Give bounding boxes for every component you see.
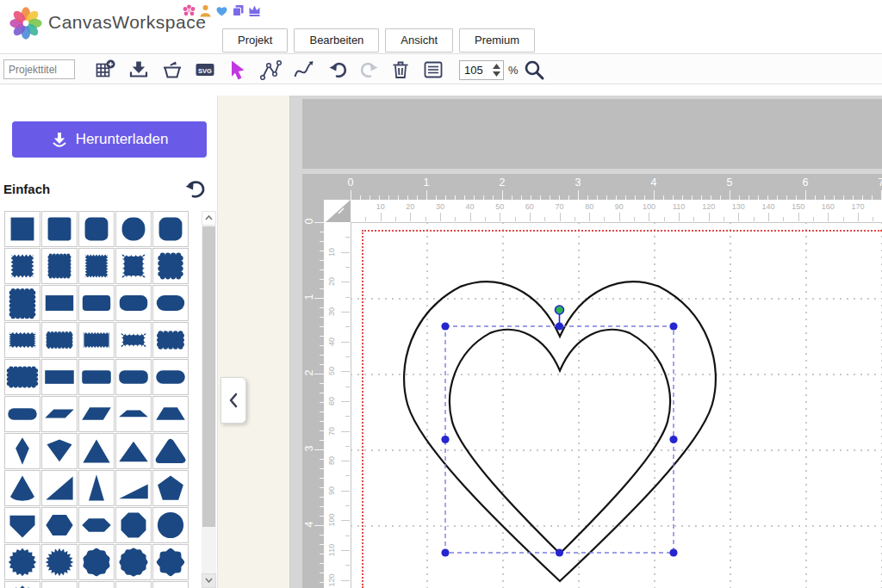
tab-projekt[interactable]: Projekt bbox=[222, 28, 288, 53]
heart-shape-inner[interactable] bbox=[450, 330, 670, 554]
shape-item-flower-8[interactable] bbox=[152, 544, 189, 580]
freehand-tool-button[interactable] bbox=[291, 57, 317, 83]
shape-item-rect-rounded-1[interactable] bbox=[78, 285, 115, 321]
shape-item-triangle[interactable] bbox=[78, 433, 115, 469]
sidebar-scrollbar[interactable] bbox=[202, 211, 216, 588]
shape-item-rect-wide-stadium[interactable] bbox=[152, 359, 189, 395]
shape-item-cone[interactable] bbox=[4, 470, 40, 506]
selection-handle[interactable] bbox=[556, 322, 563, 330]
shape-item-seal-20[interactable] bbox=[41, 544, 78, 580]
crown-icon[interactable] bbox=[248, 4, 261, 17]
shape-item-rect-wide-rounded-1[interactable] bbox=[78, 359, 115, 395]
object-list-tool-button[interactable] bbox=[421, 57, 447, 83]
shape-item-circle[interactable] bbox=[152, 507, 189, 543]
shape-item-kite[interactable] bbox=[4, 433, 40, 469]
shape-item-rect-zigzag-2[interactable] bbox=[78, 322, 115, 358]
select-tool-button[interactable] bbox=[226, 57, 252, 83]
shape-item-hexagon[interactable] bbox=[41, 507, 78, 543]
shape-item-hexagon-flat[interactable] bbox=[78, 507, 115, 543]
shape-item-rect-zigzag[interactable] bbox=[4, 322, 40, 358]
back-to-categories-button[interactable] bbox=[184, 178, 207, 201]
shape-item-gem[interactable] bbox=[41, 433, 78, 469]
shape-item-stadium[interactable] bbox=[4, 396, 40, 432]
shape-item-scallop-circle-12[interactable] bbox=[115, 544, 152, 580]
shape-item-bunting-4[interactable] bbox=[78, 581, 115, 588]
design-canvas[interactable]: 1020304050607080901001101201301401501601… bbox=[290, 96, 882, 588]
selection-handle[interactable] bbox=[669, 322, 677, 330]
shape-item-square-rounded-1[interactable] bbox=[41, 211, 78, 247]
shape-item-square-rounded-2[interactable] bbox=[78, 211, 115, 247]
shape-item-seal-16[interactable] bbox=[4, 544, 40, 580]
rotation-handle[interactable] bbox=[556, 306, 564, 314]
shape-item-right-triangle[interactable] bbox=[41, 470, 78, 506]
shape-item-square-postage-large[interactable] bbox=[4, 285, 40, 321]
shape-item-square-rounded-3[interactable] bbox=[115, 211, 152, 247]
shape-item-square-scallop[interactable] bbox=[41, 248, 78, 284]
shape-item-right-triangle-low[interactable] bbox=[115, 470, 152, 506]
shape-item-square[interactable] bbox=[4, 211, 40, 247]
shape-item-triangle-rounded[interactable] bbox=[152, 433, 189, 469]
shape-item-bunting-3[interactable] bbox=[41, 581, 78, 588]
tab-bearbeiten[interactable]: Bearbeiten bbox=[294, 28, 379, 53]
shape-item-seal-12[interactable] bbox=[4, 581, 40, 588]
selection-handle[interactable] bbox=[669, 548, 677, 556]
shape-item-scallop-circle-10[interactable] bbox=[78, 544, 115, 580]
shape-item-parallelogram-thin[interactable] bbox=[41, 396, 78, 432]
scrollbar-thumb[interactable] bbox=[202, 226, 215, 527]
zoom-decrement-button[interactable] bbox=[493, 71, 500, 77]
shape-item-square-postage[interactable] bbox=[152, 248, 189, 284]
scrollbar-up-button[interactable] bbox=[202, 211, 216, 226]
shape-item-rect-postage-large[interactable] bbox=[4, 359, 40, 395]
project-title-input[interactable] bbox=[3, 59, 75, 79]
selection-handle[interactable] bbox=[556, 548, 563, 556]
shape-item-parallelogram[interactable] bbox=[78, 396, 115, 432]
panel-collapse-button[interactable] bbox=[220, 377, 246, 424]
shape-item-square-zigzag[interactable] bbox=[4, 248, 40, 284]
shape-item-triangle-narrow[interactable] bbox=[78, 470, 115, 506]
flower-icon[interactable] bbox=[183, 4, 196, 17]
shape-item-square-rounded-4[interactable] bbox=[152, 211, 189, 247]
zoom-tool-button[interactable] bbox=[522, 57, 548, 83]
shape-item-rect-scallop[interactable] bbox=[41, 322, 78, 358]
redo-tool-button[interactable] bbox=[357, 57, 383, 83]
tab-ansicht[interactable]: Ansicht bbox=[385, 28, 453, 53]
artist-icon[interactable] bbox=[199, 4, 212, 17]
save-tool-button[interactable] bbox=[127, 57, 152, 83]
scrollbar-down-button[interactable] bbox=[202, 573, 216, 588]
zoom-level-input[interactable] bbox=[460, 61, 491, 79]
shape-item-square-zigzag-2[interactable] bbox=[78, 248, 115, 284]
shape-item-square-wave[interactable] bbox=[115, 248, 152, 284]
download-button[interactable]: Herunterladen bbox=[12, 121, 207, 158]
tab-premium[interactable]: Premium bbox=[459, 28, 535, 53]
shape-item-triangles-outline[interactable] bbox=[115, 581, 152, 588]
shape-item-trapezoid-thin[interactable] bbox=[115, 396, 152, 432]
selection-handle[interactable] bbox=[441, 322, 449, 330]
shape-item-rect-wave[interactable] bbox=[115, 322, 152, 358]
zoom-increment-button[interactable] bbox=[493, 64, 500, 69]
heart-icon[interactable] bbox=[215, 4, 228, 17]
shape-item-rect-rounded-3[interactable] bbox=[152, 285, 189, 321]
shape-item-trapezoid[interactable] bbox=[152, 396, 189, 432]
shape-item-rect-wide-rounded-2[interactable] bbox=[115, 359, 152, 395]
selection-handle[interactable] bbox=[669, 436, 677, 443]
polyline-tool-button[interactable] bbox=[258, 57, 284, 83]
shape-item-rectangle[interactable] bbox=[41, 285, 78, 321]
undo-tool-button[interactable] bbox=[326, 57, 351, 83]
shape-item-blank[interactable] bbox=[152, 581, 189, 588]
selection-handle[interactable] bbox=[441, 436, 449, 443]
shape-item-shield[interactable] bbox=[4, 507, 40, 543]
selection-handle[interactable] bbox=[441, 548, 449, 556]
shape-item-triangle-wide[interactable] bbox=[115, 433, 152, 469]
delete-tool-button[interactable] bbox=[388, 57, 414, 83]
copy-icon[interactable] bbox=[232, 4, 245, 17]
import-svg-tool-button[interactable]: SVG bbox=[193, 57, 219, 83]
undo-icon bbox=[326, 59, 349, 81]
shape-item-pentagon[interactable] bbox=[152, 470, 189, 506]
new-mat-tool-button[interactable] bbox=[93, 57, 119, 83]
shapes-sidebar: Herunterladen Einfach bbox=[0, 85, 217, 588]
shape-item-octagon[interactable] bbox=[115, 507, 152, 543]
shape-item-rect-rounded-2[interactable] bbox=[115, 285, 152, 321]
import-project-tool-button[interactable] bbox=[160, 57, 186, 83]
shape-item-rect-wide[interactable] bbox=[41, 359, 78, 395]
shape-item-rect-postage[interactable] bbox=[152, 322, 189, 358]
